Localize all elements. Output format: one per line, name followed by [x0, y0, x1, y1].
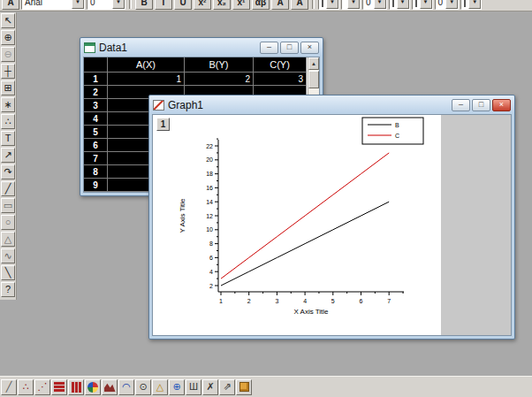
increase-font-button[interactable]: A	[271, 0, 289, 10]
vector-xyxy-plot-button[interactable]: ⇗	[219, 379, 235, 395]
curved-arrow-tool[interactable]: ↷	[1, 164, 15, 179]
bar-chart-button[interactable]	[51, 379, 67, 395]
bold-button[interactable]: B	[135, 0, 153, 10]
greek-button[interactable]: αβ	[252, 0, 270, 10]
toolbar-separator	[312, 0, 315, 9]
screen-reader-tool[interactable]: ⊞	[1, 80, 15, 95]
maximize-button[interactable]: □	[280, 42, 299, 54]
row-header[interactable]: 1	[84, 73, 108, 86]
chevron-down-icon[interactable]: ▼	[468, 0, 481, 9]
plot: 2468101214161820221234567X Axis TitleY A…	[153, 115, 441, 336]
graph1-titlebar[interactable]: Graph1 – □ ×	[149, 95, 514, 113]
column-header[interactable]: C(Y)	[254, 57, 307, 73]
graph-icon	[153, 100, 164, 111]
series-line-C[interactable]	[221, 153, 389, 279]
radar-plot-button[interactable]: ⊕	[169, 379, 185, 395]
row-header[interactable]: 7	[84, 152, 108, 165]
subscript-button[interactable]: x₂	[213, 0, 231, 10]
polygon-tool[interactable]: △	[1, 232, 15, 247]
series-line-B[interactable]	[221, 202, 389, 286]
y-tick-label: 10	[206, 226, 213, 233]
border-color-combo[interactable]: ▼	[460, 0, 482, 10]
supersubscript-button[interactable]: x¹	[232, 0, 250, 10]
row-header[interactable]: 3	[84, 99, 108, 112]
data1-titlebar[interactable]: Data1 – □ ×	[80, 38, 323, 56]
row-header[interactable]: 4	[84, 112, 108, 126]
close-button[interactable]: ×	[300, 42, 319, 54]
italic-button[interactable]: I	[155, 0, 172, 10]
row-header[interactable]: 6	[84, 139, 108, 152]
chevron-down-icon[interactable]: ▼	[72, 0, 84, 9]
border-width-combo[interactable]: 0▼	[435, 0, 460, 10]
x-axis-title[interactable]: X Axis Title	[293, 308, 329, 316]
line-style-combo[interactable]: ▼	[341, 0, 361, 10]
template-button[interactable]	[236, 379, 252, 395]
vector-xyam-plot-button[interactable]: ✗	[202, 379, 218, 395]
area-chart-icon	[104, 382, 116, 392]
pattern-combo[interactable]: ▼	[389, 0, 410, 10]
maximize-button[interactable]: □	[472, 99, 490, 111]
scatter-plot-button[interactable]: ∴	[18, 379, 34, 395]
rectangle-tool[interactable]: ▭	[1, 198, 15, 213]
window-title: Graph1	[168, 99, 203, 111]
zoom-in-tool[interactable]: ⊕	[1, 30, 15, 45]
arrow-tool[interactable]: ↗	[1, 148, 15, 163]
y-axis-title[interactable]: Y Axis Title	[179, 198, 186, 233]
freehand-draw-tool[interactable]: ?	[1, 282, 15, 297]
fill-color-combo[interactable]: ▼	[318, 0, 339, 10]
data-selector-tool[interactable]: ∗	[1, 97, 15, 112]
pattern-color-combo[interactable]: ▼	[412, 0, 433, 10]
column-chart-button[interactable]	[68, 379, 84, 395]
sheet-cell[interactable]: 3	[254, 73, 307, 86]
underline-button[interactable]: U	[174, 0, 192, 10]
circle-tool[interactable]: ○	[1, 215, 15, 230]
font-size-combo[interactable]: 0 ▼	[87, 0, 125, 10]
chevron-down-icon[interactable]: ▼	[347, 0, 360, 9]
font-tool-icon[interactable]: A	[2, 0, 19, 10]
row-header[interactable]: 8	[84, 165, 108, 179]
row-header[interactable]: 5	[84, 126, 108, 139]
line-width-combo[interactable]: 0▼	[362, 0, 387, 10]
chevron-down-icon[interactable]: ▼	[326, 0, 338, 9]
scrollbar-thumb[interactable]	[308, 71, 319, 88]
column-header[interactable]: B(Y)	[185, 57, 254, 73]
data-reader-tool[interactable]: ┼	[1, 64, 15, 79]
minimize-button[interactable]: –	[452, 99, 470, 111]
region-tool[interactable]: ∿	[1, 248, 15, 263]
polyline-tool[interactable]: ╲	[1, 265, 15, 280]
layer1-button[interactable]: 1	[156, 118, 170, 131]
column-header[interactable]: A(X)	[108, 57, 185, 73]
line-tool[interactable]: ╱	[1, 181, 15, 196]
legend-box[interactable]	[362, 118, 423, 144]
line-width-combo-value: 0	[363, 0, 374, 7]
graph1-window: Graph1 – □ × 1 2468101214161820221234567…	[148, 95, 515, 340]
font-family-combo[interactable]: Arial ▼	[21, 0, 85, 10]
ternary-plot-button[interactable]: △	[152, 379, 168, 395]
pie-chart-button[interactable]	[85, 379, 101, 395]
selection-on-plot-tool[interactable]: ∴	[1, 114, 15, 129]
chevron-down-icon[interactable]: ▼	[445, 0, 458, 9]
scroll-up-icon[interactable]: ▲	[308, 57, 319, 70]
zoom-out-tool[interactable]: ⊖	[1, 47, 15, 62]
decrease-font-button[interactable]: A	[291, 0, 308, 10]
sheet-cell[interactable]: 1	[108, 73, 185, 86]
row-header[interactable]: 2	[84, 86, 108, 99]
superscript-button[interactable]: x²	[194, 0, 211, 10]
minimize-button[interactable]: –	[260, 42, 278, 54]
chevron-down-icon[interactable]: ▼	[112, 0, 125, 9]
row-header[interactable]: 9	[84, 179, 108, 192]
corner-cell[interactable]	[84, 57, 108, 73]
fill-area-plot-button[interactable]: ◠	[118, 379, 134, 395]
pointer-tool[interactable]: ↖	[1, 13, 15, 28]
polar-plot-button[interactable]: ⊙	[135, 379, 151, 395]
chevron-down-icon[interactable]: ▼	[374, 0, 386, 9]
waterfall-plot-button[interactable]: Ш	[186, 379, 201, 395]
close-button[interactable]: ×	[492, 99, 511, 111]
line-symbol-plot-button[interactable]: ⋰	[34, 379, 50, 395]
area-chart-button[interactable]	[102, 379, 118, 395]
chevron-down-icon[interactable]: ▼	[397, 0, 409, 9]
sheet-cell[interactable]: 2	[185, 73, 254, 86]
text-tool[interactable]: T	[1, 131, 15, 146]
chevron-down-icon[interactable]: ▼	[420, 0, 432, 9]
line-plot-button[interactable]: ╱	[1, 379, 17, 395]
